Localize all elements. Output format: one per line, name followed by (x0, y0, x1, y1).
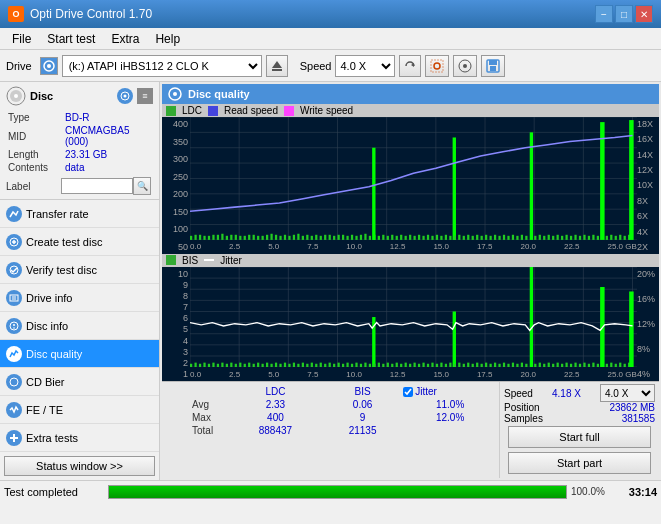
disc-properties-table: Type BD-R MID CMCMAGBA5 (000) Length 23.… (6, 110, 153, 175)
svg-marker-2 (272, 61, 282, 68)
drive-info-label: Drive info (26, 292, 72, 304)
lower-y-labels: 10 9 8 7 6 5 4 3 2 1 (162, 267, 190, 381)
avg-bis: 0.06 (324, 399, 401, 410)
status-bar: Test completed 100.0% 33:14 (0, 480, 661, 502)
maximize-button[interactable]: □ (615, 5, 633, 23)
lower-y-right-labels: 20% 16% 12% 8% 4% (637, 267, 659, 381)
disc-detail-btn[interactable]: ≡ (137, 88, 153, 104)
jitter-header-label: Jitter (415, 386, 437, 397)
svg-rect-10 (489, 60, 497, 65)
status-window-button[interactable]: Status window >> (4, 456, 155, 476)
svg-rect-6 (431, 60, 443, 72)
label-row: Label 🔍 (6, 177, 153, 195)
minimize-button[interactable]: − (595, 5, 613, 23)
jitter-checkbox[interactable] (403, 387, 413, 397)
disc-info-icon (6, 318, 22, 334)
start-full-button[interactable]: Start full (508, 426, 651, 448)
total-label: Total (192, 425, 227, 436)
create-test-disc-label: Create test disc (26, 236, 102, 248)
drive-selector[interactable]: (k:) ATAPI iHBS112 2 CLO K (62, 55, 262, 77)
main-container: Disc ≡ Type BD-R MID CMCMAGBA5 (000) Len… (0, 82, 661, 480)
svg-point-26 (13, 327, 15, 329)
status-text: Test completed (4, 486, 104, 498)
jitter-legend-label: Jitter (220, 255, 242, 266)
start-part-button[interactable]: Start part (508, 452, 651, 474)
menu-bar: File Start test Extra Help (0, 28, 661, 50)
sidebar-item-cd-bier[interactable]: CD Bier (0, 368, 159, 396)
avg-ldc: 2.33 (229, 399, 322, 410)
jitter-checkbox-label[interactable]: Jitter (403, 386, 497, 397)
media-button[interactable] (453, 55, 477, 77)
menu-file[interactable]: File (4, 30, 39, 48)
speed-label-stat: Speed (504, 388, 533, 399)
length-value: 23.31 GB (65, 149, 151, 160)
label-input[interactable] (61, 178, 133, 194)
eject-button[interactable] (266, 55, 288, 77)
app-title: Opti Drive Control 1.70 (30, 7, 152, 21)
contents-label: Contents (8, 162, 63, 173)
max-ldc: 400 (229, 412, 322, 423)
svg-point-14 (14, 94, 18, 98)
type-value: BD-R (65, 112, 151, 123)
sidebar-item-fe-te[interactable]: FE / TE (0, 396, 159, 424)
chart-panel-header: Disc quality (162, 84, 659, 104)
stats-avg-row: Avg 2.33 0.06 11.0% (192, 399, 497, 410)
sidebar-item-extra-tests[interactable]: Extra tests (0, 424, 159, 452)
sidebar-item-verify-test-disc[interactable]: Verify test disc (0, 256, 159, 284)
sidebar-item-disc-quality[interactable]: Disc quality (0, 340, 159, 368)
svg-point-1 (47, 64, 51, 68)
toolbar: Drive (k:) ATAPI iHBS112 2 CLO K Speed 4… (0, 50, 661, 82)
write-legend-label: Write speed (300, 105, 353, 116)
svg-rect-11 (490, 66, 496, 71)
svg-point-31 (173, 92, 177, 96)
chart-panel: Disc quality LDC Read speed Write speed … (162, 84, 659, 478)
svg-rect-129 (530, 132, 533, 240)
avg-jitter: 11.0% (403, 399, 497, 410)
label-search-btn[interactable]: 🔍 (133, 177, 151, 195)
speed-selector[interactable]: 4.0 X (335, 55, 395, 77)
disc-info-panel: Disc ≡ Type BD-R MID CMCMAGBA5 (000) Len… (0, 82, 159, 200)
ldc-legend-color (166, 106, 176, 116)
extra-tests-label: Extra tests (26, 432, 78, 444)
refresh-button[interactable] (399, 55, 421, 77)
menu-extra[interactable]: Extra (103, 30, 147, 48)
lower-x-labels: 0.0 2.5 5.0 7.5 10.0 12.5 15.0 17.5 20.0… (190, 367, 637, 381)
svg-rect-152 (629, 120, 633, 240)
bis-header: BIS (324, 386, 401, 397)
sidebar-item-transfer-rate[interactable]: Transfer rate (0, 200, 159, 228)
disc-panel-icon-btn[interactable] (117, 88, 133, 104)
total-jitter (403, 425, 497, 436)
menu-help[interactable]: Help (147, 30, 188, 48)
svg-rect-233 (453, 311, 456, 367)
contents-value: data (65, 162, 151, 173)
upper-x-labels: 0.0 2.5 5.0 7.5 10.0 12.5 15.0 17.5 20.0… (190, 240, 637, 254)
create-test-disc-icon (6, 234, 22, 250)
upper-chart-legend: LDC Read speed Write speed (162, 104, 659, 117)
disc-panel-title: Disc (30, 90, 53, 102)
total-ldc: 888437 (229, 425, 322, 436)
settings-button[interactable] (425, 55, 449, 77)
sidebar-item-create-test-disc[interactable]: Create test disc (0, 228, 159, 256)
disc-quality-label: Disc quality (26, 348, 82, 360)
lower-chart-svg (190, 267, 637, 367)
svg-rect-21 (10, 295, 18, 301)
ldc-header: LDC (229, 386, 322, 397)
upper-y-labels: 400 350 300 250 200 150 100 50 (162, 117, 190, 254)
sidebar: Disc ≡ Type BD-R MID CMCMAGBA5 (000) Len… (0, 82, 160, 480)
jitter-legend-color (204, 259, 214, 261)
close-button[interactable]: ✕ (635, 5, 653, 23)
svg-rect-144 (600, 122, 604, 240)
speed-select-stat[interactable]: 4.0 X (600, 384, 655, 402)
speed-label: Speed (300, 60, 332, 72)
save-button[interactable] (481, 55, 505, 77)
lower-chart: 10 9 8 7 6 5 4 3 2 1 20% 16% 12% 8% 4% (162, 267, 659, 381)
position-row: Position 23862 MB (504, 402, 655, 413)
sidebar-item-drive-info[interactable]: Drive info (0, 284, 159, 312)
sidebar-item-disc-info[interactable]: Disc info (0, 312, 159, 340)
menu-start-test[interactable]: Start test (39, 30, 103, 48)
upper-chart-svg (190, 117, 637, 240)
stats-row: LDC BIS Jitter (162, 381, 659, 478)
mid-value: CMCMAGBA5 (000) (65, 125, 151, 147)
transfer-rate-label: Transfer rate (26, 208, 89, 220)
bis-legend-label: BIS (182, 255, 198, 266)
